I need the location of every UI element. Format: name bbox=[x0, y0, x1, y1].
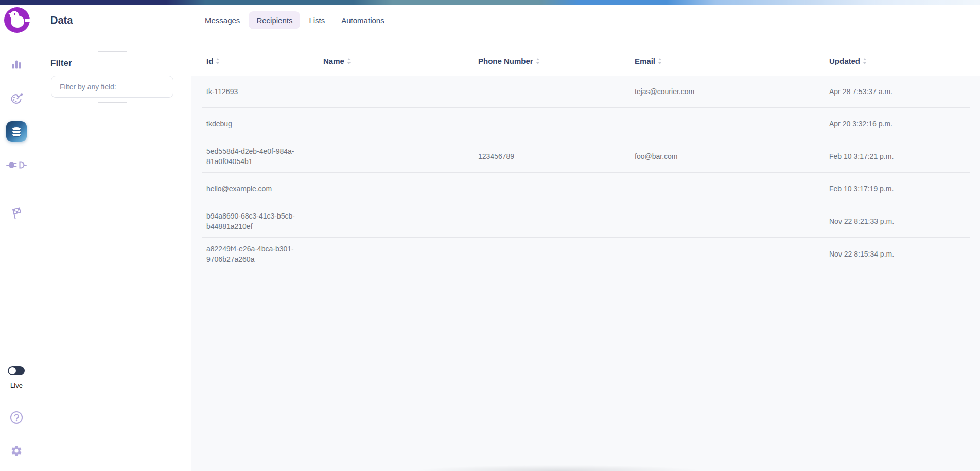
table-row[interactable]: tkdebug Apr 20 3:32:16 p.m. bbox=[202, 108, 970, 140]
table-header-row: Id Name Phone Number Email Updated bbox=[202, 46, 970, 76]
recipient-updated: Feb 10 3:17:21 p.m. bbox=[825, 151, 970, 161]
recipient-id: a82249f4-e26a-4bca-b301-9706b27a260a bbox=[206, 244, 299, 264]
help-button[interactable] bbox=[10, 411, 23, 424]
sidebar-item-integrations[interactable] bbox=[6, 161, 27, 169]
tab-recipients[interactable]: Recipients bbox=[249, 11, 300, 29]
sort-icon[interactable] bbox=[216, 58, 220, 65]
courier-logo[interactable] bbox=[4, 7, 30, 33]
sort-icon[interactable] bbox=[347, 58, 351, 65]
sort-icon[interactable] bbox=[658, 58, 662, 65]
rail-divider bbox=[7, 189, 27, 189]
filter-input[interactable] bbox=[51, 76, 173, 98]
toggle-knob bbox=[9, 367, 16, 374]
table-row[interactable]: 5ed558d4-d2eb-4e0f-984a-81a0f04054b1 123… bbox=[202, 140, 970, 173]
tab-automations[interactable]: Automations bbox=[334, 11, 392, 29]
column-header-updated[interactable]: Updated bbox=[825, 57, 970, 65]
recipient-updated: Apr 20 3:32:16 p.m. bbox=[825, 119, 970, 129]
table-row[interactable]: a82249f4-e26a-4bca-b301-9706b27a260a Nov… bbox=[202, 238, 970, 270]
courier-bird-icon bbox=[4, 7, 30, 33]
question-mark-icon bbox=[10, 411, 23, 424]
page-title: Data bbox=[50, 14, 73, 26]
bar-chart-icon bbox=[11, 59, 22, 70]
panel-resize-handle-bottom[interactable] bbox=[98, 102, 127, 103]
recipient-updated: Apr 28 7:53:37 a.m. bbox=[825, 86, 970, 97]
sort-icon[interactable] bbox=[863, 58, 867, 65]
live-toggle-label: Live bbox=[0, 382, 33, 389]
table-row[interactable]: tk-112693 tejas@courier.com Apr 28 7:53:… bbox=[202, 76, 970, 108]
top-gradient-bar bbox=[0, 0, 980, 5]
sidebar-item-designer[interactable] bbox=[10, 92, 23, 105]
table-row[interactable]: hello@example.com Feb 10 3:17:19 p.m. bbox=[202, 173, 970, 205]
recipient-id: tk-112693 bbox=[206, 86, 238, 97]
column-header-id[interactable]: Id bbox=[202, 57, 319, 65]
column-header-name[interactable]: Name bbox=[319, 57, 474, 65]
filter-heading: Filter bbox=[50, 58, 72, 68]
recipient-updated: Nov 22 8:21:33 p.m. bbox=[825, 216, 970, 226]
recipient-id: 5ed558d4-d2eb-4e0f-984a-81a0f04054b1 bbox=[206, 146, 299, 167]
sidebar-item-data[interactable] bbox=[6, 121, 27, 142]
tabs-bar: Messages Recipients Lists Automations bbox=[191, 5, 980, 35]
gear-icon bbox=[10, 445, 23, 457]
app-window: Live Data Filter Messages Recipients bbox=[0, 0, 980, 471]
recipient-id: hello@example.com bbox=[206, 184, 272, 194]
column-header-phone[interactable]: Phone Number bbox=[474, 57, 631, 65]
settings-button[interactable] bbox=[10, 445, 23, 457]
plug-icon bbox=[6, 161, 27, 169]
panel-header: Data bbox=[35, 5, 190, 35]
icon-rail: Live bbox=[0, 5, 34, 471]
filter-panel: Data Filter bbox=[35, 5, 190, 471]
sidebar-item-automations[interactable] bbox=[10, 206, 23, 220]
recipient-updated: Nov 22 8:15:34 p.m. bbox=[825, 249, 970, 259]
table-body: tk-112693 tejas@courier.com Apr 28 7:53:… bbox=[202, 76, 970, 270]
sort-icon[interactable] bbox=[536, 58, 540, 65]
tab-lists[interactable]: Lists bbox=[301, 11, 332, 29]
recipient-updated: Feb 10 3:17:19 p.m. bbox=[825, 184, 970, 194]
recipient-phone: 123456789 bbox=[474, 151, 631, 161]
flag-icon bbox=[10, 206, 23, 220]
recipient-id: tkdebug bbox=[206, 119, 232, 129]
live-toggle[interactable] bbox=[8, 366, 25, 375]
column-header-email[interactable]: Email bbox=[631, 57, 825, 65]
tab-messages[interactable]: Messages bbox=[197, 11, 248, 29]
recipient-id: b94a8690-68c3-41c3-b5cb-b44881a210ef bbox=[206, 211, 299, 231]
palette-icon bbox=[10, 92, 23, 105]
main-content: Messages Recipients Lists Automations Id… bbox=[191, 5, 980, 471]
table-row[interactable]: b94a8690-68c3-41c3-b5cb-b44881a210ef Nov… bbox=[202, 205, 970, 238]
recipient-email: tejas@courier.com bbox=[631, 86, 825, 97]
recipient-email: foo@bar.com bbox=[631, 151, 825, 161]
recipients-table: Id Name Phone Number Email Updated bbox=[202, 46, 970, 270]
sidebar-item-analytics[interactable] bbox=[11, 59, 22, 70]
panel-resize-handle-top[interactable] bbox=[98, 51, 127, 52]
database-icon bbox=[11, 125, 22, 138]
